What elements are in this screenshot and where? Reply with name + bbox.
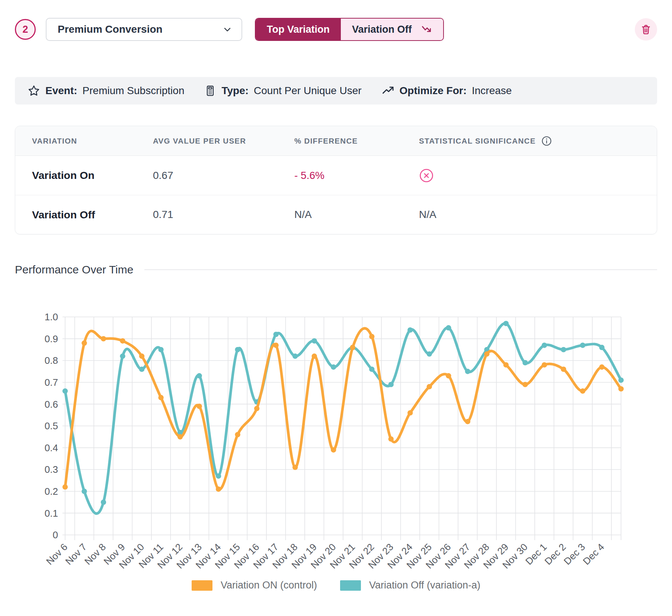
x-axis-label: Dec 4 (580, 541, 606, 567)
data-point-marker (388, 436, 394, 442)
x-axis-label: Dec 2 (542, 541, 568, 567)
data-point-marker (599, 345, 604, 350)
column-variation: Variation (32, 137, 153, 145)
type-group: Type: Count Per Unique User (204, 85, 361, 97)
data-point-marker (158, 395, 163, 400)
column-avg-value: Avg Value Per User (153, 137, 294, 145)
type-label: Type: (221, 85, 249, 97)
results-table-header: Variation Avg Value Per User % Differenc… (15, 126, 657, 156)
data-point-marker (580, 388, 585, 394)
title-divider (144, 269, 657, 270)
y-axis-label: 0.2 (45, 486, 58, 497)
data-point-marker (618, 386, 624, 391)
data-point-marker (542, 362, 547, 368)
chart-legend: Variation ON (control) Variation Off (va… (15, 580, 657, 591)
legend-label: Variation ON (control) (221, 580, 317, 591)
legend-label: Variation Off (variation-a) (369, 580, 480, 591)
y-axis-label: 0.9 (45, 333, 58, 344)
x-axis-label: Nov 8 (82, 541, 108, 567)
data-point-marker (503, 321, 509, 326)
y-axis-label: 0.8 (45, 355, 58, 366)
column-significance: Statistical Significance (419, 135, 640, 147)
data-point-marker (216, 474, 221, 479)
data-point-marker (446, 373, 451, 378)
data-point-marker (407, 327, 413, 333)
row-significance: N/A (419, 209, 640, 221)
data-point-marker (350, 345, 355, 350)
data-point-marker (427, 384, 432, 389)
optimize-group: Optimize For: Increase (382, 84, 512, 97)
column-significance-label: Statistical Significance (419, 137, 536, 145)
type-value: Count Per Unique User (254, 85, 361, 97)
data-point-marker (101, 336, 106, 341)
y-axis-label: 0.7 (45, 377, 58, 388)
data-point-marker (139, 353, 144, 359)
data-point-marker (542, 343, 547, 348)
data-point-marker (235, 432, 240, 437)
data-point-marker (216, 487, 221, 492)
data-point-marker (312, 353, 317, 359)
data-point-marker (235, 347, 240, 352)
event-group: Event: Premium Subscription (28, 84, 184, 97)
chart-section-header: Performance Over Time (15, 263, 657, 276)
trash-icon (640, 24, 652, 35)
data-point-marker (120, 353, 125, 359)
data-point-marker (388, 382, 394, 387)
metric-panel: 2 Premium Conversion Top Variation Varia… (0, 0, 672, 591)
data-point-marker (369, 366, 374, 372)
delete-metric-button[interactable] (635, 18, 657, 41)
y-axis-label: 0.3 (45, 464, 58, 475)
legend-swatch (192, 580, 212, 591)
metric-header-row: 2 Premium Conversion Top Variation Varia… (15, 18, 657, 41)
y-axis-label: 1.0 (45, 311, 58, 323)
chart-canvas: 00.10.20.30.40.50.60.70.80.91.0Nov 6Nov … (15, 302, 657, 577)
event-label: Event: (45, 85, 77, 97)
y-axis-label: 0.6 (45, 399, 58, 410)
optimize-label: Optimize For: (400, 85, 467, 97)
calculator-icon (204, 85, 216, 97)
row-variation-name: Variation On (32, 169, 153, 182)
chart-title: Performance Over Time (15, 263, 133, 276)
data-point-marker (369, 334, 374, 339)
results-table: Variation Avg Value Per User % Differenc… (15, 126, 657, 234)
circle-x-icon (419, 168, 434, 183)
data-point-marker (522, 360, 528, 365)
info-icon[interactable] (541, 135, 552, 147)
chevron-down-icon (222, 24, 233, 35)
table-row-variation-off: Variation Off 0.71 N/A N/A (15, 195, 657, 234)
row-avg-value: 0.71 (153, 209, 294, 221)
data-point-marker (196, 404, 202, 409)
data-point-marker (158, 347, 163, 352)
data-point-marker (196, 373, 202, 378)
data-point-marker (427, 351, 432, 356)
metric-selector-dropdown[interactable]: Premium Conversion (46, 18, 242, 41)
data-point-marker (331, 447, 336, 452)
data-point-marker (177, 434, 183, 439)
data-point-marker (139, 366, 144, 372)
data-point-marker (331, 365, 336, 370)
y-axis-label: 0 (53, 529, 58, 540)
metric-selector-value: Premium Conversion (58, 23, 163, 35)
table-row-variation-on: Variation On 0.67 - 5.6% (15, 156, 657, 195)
event-summary-bar: Event: Premium Subscription Type: Count … (15, 77, 657, 105)
data-point-marker (273, 332, 278, 337)
data-point-marker (561, 347, 566, 352)
legend-item-variation-on[interactable]: Variation ON (control) (192, 580, 317, 591)
trend-up-icon (382, 84, 394, 97)
data-point-marker (292, 353, 298, 359)
data-point-marker (561, 366, 566, 372)
legend-item-variation-off[interactable]: Variation Off (variation-a) (340, 580, 480, 591)
x-axis-label: Nov 7 (63, 541, 89, 567)
toggle-variation-off-label: Variation Off (352, 24, 412, 35)
metric-index-badge: 2 (15, 19, 36, 40)
toggle-top-variation[interactable]: Top Variation (256, 19, 341, 40)
data-point-marker (484, 351, 489, 356)
toggle-variation-off[interactable]: Variation Off (341, 19, 443, 40)
x-axis-label: Dec 1 (523, 541, 549, 567)
data-point-marker (81, 340, 87, 346)
data-point-marker (273, 343, 278, 348)
x-axis-label: Nov 6 (44, 541, 70, 567)
column-difference: % Difference (294, 137, 419, 145)
row-difference: N/A (294, 209, 419, 221)
y-axis-label: 0.4 (45, 442, 58, 453)
